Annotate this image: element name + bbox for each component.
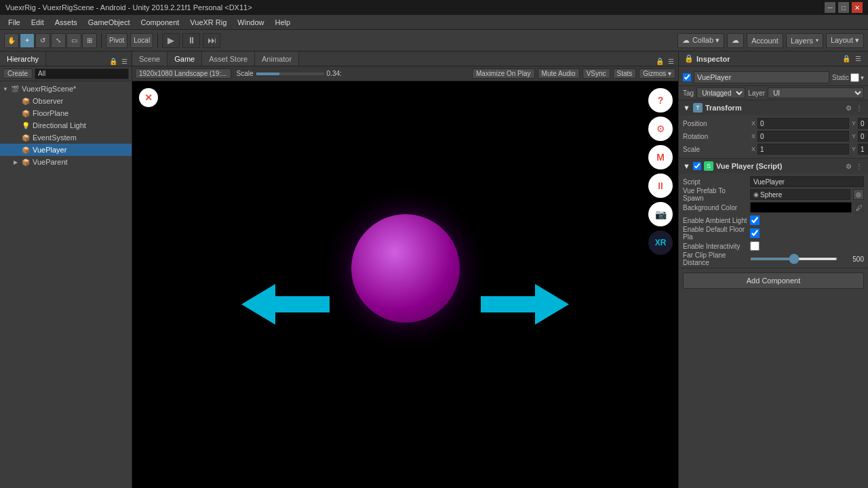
add-component-button[interactable]: Add Component	[683, 272, 864, 289]
menu-vuexr-rig[interactable]: VueXR Rig	[184, 17, 232, 28]
hierarchy-tab-bar: Hierarchy 🔒 ☰	[0, 52, 132, 66]
tab-asset-store[interactable]: Asset Store	[202, 52, 255, 66]
tag-dropdown[interactable]: Untagged	[696, 87, 745, 98]
tag-label: Tag	[683, 89, 694, 97]
tab-animator[interactable]: Animator	[255, 52, 299, 66]
layers-button[interactable]: Layers ▾	[786, 33, 823, 48]
object-active-checkbox[interactable]	[683, 73, 691, 81]
transform-body: Position X Y Z	[679, 115, 868, 158]
cloud-button[interactable]: ☁	[727, 33, 744, 48]
tree-item-vueparent[interactable]: ▶ 📦 VueParent	[0, 156, 132, 168]
multi-tool[interactable]: ⊞	[82, 33, 97, 48]
tree-item-floorplane[interactable]: 📦 FloorPlane	[0, 107, 132, 119]
close-overlay-button[interactable]: ✕	[139, 88, 158, 107]
position-x-input[interactable]	[757, 118, 849, 129]
close-button[interactable]: ✕	[852, 2, 863, 13]
pause-icon: ⏸	[656, 180, 665, 191]
default-floor-checkbox[interactable]	[750, 228, 760, 238]
hierarchy-search-input[interactable]	[35, 68, 129, 79]
color-picker-icon[interactable]: 🖊	[854, 201, 864, 214]
vue-player-script-body: Script VuePlayer Vue Prefab To Spawn ◉ S…	[679, 174, 868, 268]
menu-window[interactable]: Window	[232, 17, 269, 28]
tab-scene[interactable]: Scene	[132, 52, 167, 66]
hand-tool[interactable]: ✋	[4, 33, 19, 48]
vue-prefab-picker-button[interactable]: ◎	[853, 189, 864, 200]
menu-help[interactable]: Help	[269, 17, 296, 28]
pause-button[interactable]: ⏸	[182, 33, 200, 48]
xr-overlay-button[interactable]: XR	[648, 230, 673, 255]
rect-tool[interactable]: ▭	[66, 33, 81, 48]
static-dropdown-icon[interactable]: ▾	[861, 74, 864, 81]
position-y-input[interactable]	[858, 118, 868, 129]
scale-y-input[interactable]	[858, 144, 868, 155]
script-enable-checkbox[interactable]	[693, 162, 701, 170]
script-settings-icon[interactable]: ⚙	[844, 163, 853, 170]
inspector-menu-button[interactable]: ☰	[853, 54, 863, 64]
tree-item-directionallight[interactable]: 💡 Directional Light	[0, 119, 132, 131]
layer-dropdown[interactable]: UI	[768, 87, 864, 98]
interactivity-checkbox[interactable]	[750, 241, 760, 251]
interactivity-label: Enable Interactivity	[683, 243, 747, 250]
help-overlay-button[interactable]: ?	[648, 88, 673, 113]
menu-file[interactable]: File	[3, 17, 26, 28]
object-name-input[interactable]	[694, 71, 829, 83]
tree-item-eventsystem[interactable]: 📦 EventSystem	[0, 131, 132, 144]
rotate-tool[interactable]: ↺	[35, 33, 50, 48]
menu-component[interactable]: Component	[135, 17, 184, 28]
play-button[interactable]: ▶	[162, 33, 180, 48]
tab-game[interactable]: Game	[167, 52, 202, 66]
move-tool[interactable]: ✦	[20, 33, 35, 48]
tree-item-vueplayer[interactable]: 📦 VuePlayer	[0, 144, 132, 156]
scale-tool[interactable]: ⤡	[51, 33, 66, 48]
inspector-lock-button[interactable]: 🔒	[842, 54, 851, 64]
vue-player-script-header[interactable]: ▼ S Vue Player (Script) ⚙ ⋮	[679, 159, 868, 174]
inspector-header: 🔒 Inspector 🔒 ☰	[679, 52, 868, 66]
right-arrow-svg	[481, 284, 569, 325]
static-checkbox[interactable]	[850, 73, 859, 82]
far-clip-row: Far Clip Plane Distance 500	[683, 253, 864, 265]
transform-header[interactable]: ▼ T Transform ⚙ ⋮	[679, 100, 868, 115]
scene-menu-icon[interactable]: ☰	[666, 56, 675, 66]
resolution-dropdown[interactable]: 1920x1080 Landscape (19:...	[135, 68, 231, 79]
scene-lock-icon[interactable]: 🔒	[655, 56, 665, 66]
collab-button[interactable]: ☁ Collab ▾	[677, 33, 724, 48]
scale-x-input[interactable]	[757, 144, 849, 155]
transform-overflow-icon[interactable]: ⋮	[854, 104, 864, 112]
minimize-button[interactable]: ─	[825, 2, 835, 13]
menu-edit[interactable]: Edit	[26, 17, 50, 28]
mute-audio-toggle[interactable]: Mute Audio	[538, 68, 580, 79]
menu-gameobject[interactable]: GameObject	[83, 17, 136, 28]
hierarchy-menu-icon[interactable]: ☰	[119, 56, 129, 66]
pause-overlay-button[interactable]: ⏸	[648, 174, 673, 198]
tree-item-observer[interactable]: 📦 Observer	[0, 95, 132, 107]
maximize-button[interactable]: □	[838, 2, 849, 13]
pivot-button[interactable]: Pivot	[106, 33, 127, 48]
scale-row: Scale X Y Z	[683, 143, 864, 155]
rotation-y-input[interactable]	[858, 131, 868, 142]
hierarchy-tab-actions: 🔒 ☰	[108, 56, 132, 66]
vsync-toggle[interactable]: VSync	[583, 68, 610, 79]
far-clip-slider[interactable]	[750, 258, 837, 260]
hierarchy-lock-icon[interactable]: 🔒	[108, 56, 118, 66]
layout-button[interactable]: Layout ▾	[826, 33, 864, 48]
ambient-light-checkbox[interactable]	[750, 216, 760, 225]
hierarchy-create-button[interactable]: Create	[3, 68, 33, 79]
script-overflow-icon[interactable]: ⋮	[854, 163, 864, 170]
camera-overlay-button[interactable]: 📷	[648, 202, 673, 226]
transform-settings-icon[interactable]: ⚙	[844, 104, 853, 112]
sep1	[101, 33, 102, 48]
object-name-row: Static ▾	[679, 69, 868, 86]
account-button[interactable]: Account	[747, 33, 783, 48]
rotation-x-input[interactable]	[757, 131, 849, 142]
tree-item-root[interactable]: ▼ 🎬 VuexrRigScene*	[0, 83, 132, 95]
bg-color-field[interactable]	[750, 202, 852, 213]
stats-button[interactable]: Stats	[613, 68, 637, 79]
settings-overlay-button[interactable]: ⚙	[648, 117, 673, 141]
maximize-on-play-toggle[interactable]: Maximize On Play	[472, 68, 535, 79]
m-overlay-button[interactable]: M	[648, 145, 673, 169]
gizmos-button[interactable]: Gizmos ▾	[639, 68, 675, 79]
menu-assets[interactable]: Assets	[50, 17, 83, 28]
local-button[interactable]: Local	[130, 33, 153, 48]
step-button[interactable]: ⏭	[203, 33, 220, 48]
tab-hierarchy[interactable]: Hierarchy	[0, 52, 46, 66]
